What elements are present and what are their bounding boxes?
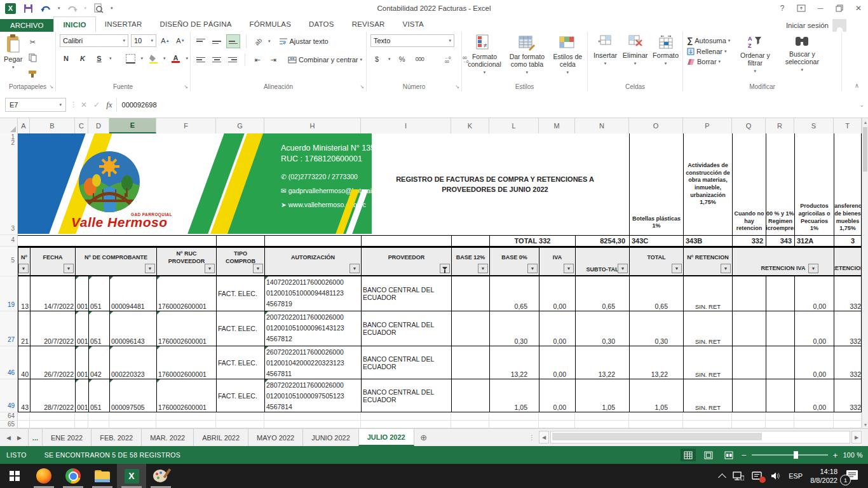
cell-base12[interactable] (451, 346, 489, 379)
fill-color-dropdown[interactable]: ▾ (163, 56, 166, 61)
cell-total[interactable]: 13,22 (629, 346, 683, 379)
cell-total-O[interactable]: 343C (629, 236, 683, 246)
clear-button[interactable]: Borrar ▾ (687, 58, 730, 65)
col-I[interactable]: I (361, 118, 451, 133)
col-A[interactable]: A (18, 118, 30, 133)
col-H[interactable]: H (264, 118, 361, 133)
cell-base12[interactable] (451, 276, 489, 311)
cell-nret[interactable]: SIN. RET (683, 379, 732, 412)
cell-proveedor[interactable]: BANCO CENTRAL DEL ECUADOR (361, 379, 451, 412)
font-size-select[interactable]: 10▾ (131, 34, 156, 47)
cell-fecha[interactable]: 14/7/2022 (30, 276, 75, 311)
scroll-up-icon[interactable]: ▲ (862, 118, 868, 126)
cell-total-T[interactable]: 3 (834, 236, 862, 246)
cell-O-header[interactable]: Botellas plásticas 1% (629, 133, 683, 235)
align-middle-icon[interactable] (210, 35, 223, 48)
cell-nret[interactable]: SIN. RET (683, 311, 732, 346)
cell-I4[interactable] (361, 236, 451, 246)
cell-comprobante[interactable]: 000097505 (109, 379, 156, 412)
header-base0[interactable]: BASE 0%▼ (489, 248, 539, 275)
filter-dropdown-icon[interactable]: ▼ (145, 264, 155, 273)
tab-formulas[interactable]: FÓRMULAS (241, 17, 301, 32)
row-gutter-64[interactable]: 64 (0, 412, 18, 421)
header-tipo[interactable]: TIPO COMPROB▼ (216, 248, 264, 275)
cell-q[interactable] (732, 346, 766, 379)
borders-icon[interactable] (125, 52, 137, 65)
cell-base12[interactable] (451, 379, 489, 412)
conditional-format-button[interactable]: ≠ Formato condicional▾ (466, 34, 503, 81)
cell-ret-iva[interactable]: 0,00 (794, 379, 834, 412)
cell-subtotal[interactable]: 13,22 (575, 346, 629, 379)
insert-function-icon[interactable]: fx (106, 100, 112, 110)
cell-punto[interactable]: 042 (88, 346, 109, 379)
cell-S-header[interactable]: Productos agricoilas o Pecuarios 1% (794, 133, 834, 235)
sheet-nav-left-icon[interactable]: ◀ (6, 435, 11, 441)
cell-r[interactable] (766, 311, 794, 346)
wrap-text-button[interactable]: Ajustar texto (279, 37, 329, 45)
col-B[interactable]: B (30, 118, 75, 133)
row-gutter-46[interactable]: 46 (0, 346, 18, 379)
header-base12[interactable]: BASE 12%▼ (451, 248, 489, 275)
format-cells-button[interactable]: Formato▾ (651, 34, 680, 81)
underline-button[interactable]: S (93, 52, 105, 65)
merge-center-button[interactable]: Combinar y centrar▾ (288, 56, 362, 64)
header-fecha[interactable]: FECHA▼ (30, 248, 75, 275)
namebox-splitter[interactable]: ⋮ (70, 100, 77, 109)
help-button[interactable]: ? (773, 0, 792, 17)
undo-dropdown[interactable]: ▾ (58, 6, 60, 11)
col-F[interactable]: F (156, 118, 216, 133)
cell-subtotal[interactable]: 0,30 (575, 311, 629, 346)
confirm-entry-icon[interactable]: ✓ (93, 100, 100, 109)
cell-r[interactable] (766, 379, 794, 412)
customize-qat-icon[interactable]: ▾ (111, 6, 113, 11)
cell-punto[interactable]: 051 (88, 276, 109, 311)
delete-cells-button[interactable]: Eliminar▾ (621, 34, 649, 81)
bold-button[interactable]: N (60, 52, 72, 65)
name-box[interactable]: E7▾ (5, 98, 66, 112)
expand-formula-bar-icon[interactable]: ⌄ (855, 102, 868, 108)
cell-r[interactable] (766, 276, 794, 311)
cell-base0[interactable]: 13,22 (489, 346, 539, 379)
align-right-icon[interactable] (226, 53, 239, 66)
cell-total[interactable]: 0,30 (629, 311, 683, 346)
header-nret[interactable]: Nº RETENCION▼ (683, 248, 732, 275)
sheet-tab-mar[interactable]: MAR. 2022 (141, 429, 193, 446)
cell-tipo[interactable]: FACT. ELEC. (216, 346, 264, 379)
cell-comprobante[interactable]: 000220323 (109, 346, 156, 379)
cell-punto[interactable]: 051 (88, 311, 109, 346)
zoom-out-icon[interactable]: − (742, 451, 747, 460)
row-gutter-1-3[interactable]: 1 2 3 (0, 133, 18, 235)
increase-indent-icon[interactable]: ⇥ (267, 53, 280, 66)
cell-total-R[interactable]: 343 (766, 236, 794, 246)
fuente-dialog-launcher[interactable]: ↘ (184, 84, 188, 90)
sign-in[interactable]: Iniciar sesión (786, 19, 846, 32)
report-title[interactable]: REGISTRO DE FACTURAS DE COMPRA Y RETENCI… (361, 133, 629, 235)
cell-iva[interactable]: 0,00 (539, 346, 575, 379)
number-format-select[interactable]: Texto▾ (370, 34, 454, 47)
cell-n[interactable]: 43 (18, 379, 30, 412)
cell-nret[interactable]: SIN. RET (683, 276, 732, 311)
alineacion-dialog-launcher[interactable]: ↘ (360, 84, 364, 90)
tab-revisar[interactable]: REVISAR (343, 17, 394, 32)
font-color-icon[interactable]: A (170, 52, 182, 65)
network-icon[interactable] (733, 471, 744, 480)
decrease-indent-icon[interactable]: ⇤ (251, 53, 264, 66)
start-button[interactable] (0, 464, 29, 488)
cell-comprobante[interactable]: 000094481 (109, 276, 156, 311)
cell-comprobante[interactable]: 000096143 (109, 311, 156, 346)
undo-icon[interactable] (40, 3, 51, 14)
horizontal-scrollbar[interactable] (550, 431, 850, 444)
cell-proveedor[interactable]: BANCO CENTRAL DEL ECUADOR (361, 276, 451, 311)
zoom-slider-thumb[interactable] (794, 451, 798, 459)
filter-dropdown-icon[interactable]: ▼ (64, 264, 74, 273)
header-proveedor[interactable]: PROVEEDOR (361, 248, 451, 275)
tab-vista[interactable]: VISTA (394, 17, 433, 32)
col-N[interactable]: N (575, 118, 629, 133)
fill-button[interactable]: Rellenar ▾ (687, 48, 730, 55)
percent-format-icon[interactable]: % (396, 53, 409, 65)
zoom-in-icon[interactable]: + (833, 451, 838, 460)
row-gutter-65[interactable]: 65 (0, 421, 18, 428)
notification-center-icon[interactable]: 1 (845, 469, 862, 483)
cell-H4[interactable] (264, 236, 361, 246)
portapapeles-dialog-launcher[interactable]: ↘ (49, 84, 53, 90)
